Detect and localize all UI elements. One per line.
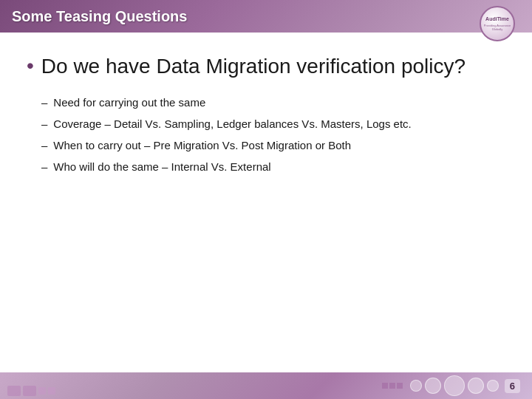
grid-square	[389, 383, 395, 389]
footer-circle-large	[444, 375, 465, 396]
list-item: – Who will do the same – Internal Vs. Ex…	[41, 159, 505, 174]
slide-header: Some Teasing Questions AudiTime Providin…	[0, 0, 532, 33]
sub-item-text: Need for carrying out the same	[53, 95, 505, 110]
slide-title: Some Teasing Questions	[12, 8, 187, 25]
dash-icon: –	[41, 159, 47, 174]
list-item: – Need for carrying out the same	[41, 95, 505, 110]
footer-grid	[382, 383, 403, 389]
bullet-section: • Do we have Data Migration verification…	[27, 53, 505, 80]
footer-circle-medium2	[468, 378, 484, 394]
dash-icon: –	[41, 137, 47, 153]
logo-tagline: Providing Assurance Globally	[481, 24, 514, 31]
sub-item-text: Who will do the same – Internal Vs. Exte…	[53, 159, 505, 174]
dash-icon: –	[41, 116, 47, 132]
footer-decoration-right	[382, 375, 499, 396]
deco-square	[38, 387, 46, 395]
bullet-dot: •	[27, 53, 34, 78]
deco-rect	[7, 386, 21, 396]
footer-circle-small2	[487, 380, 499, 392]
dash-icon: –	[41, 95, 47, 110]
sub-item-text: When to carry out – Pre Migration Vs. Po…	[53, 137, 505, 153]
grid-square	[382, 383, 388, 389]
logo-area: AudiTime Providing Assurance Globally	[471, 3, 523, 44]
page-number: 6	[505, 379, 520, 393]
list-item: – Coverage – Detail Vs. Sampling, Ledger…	[41, 116, 505, 132]
sub-item-text: Coverage – Detail Vs. Sampling, Ledger b…	[53, 116, 505, 132]
footer-circle-medium	[425, 378, 441, 394]
logo-circle: AudiTime Providing Assurance Globally	[480, 6, 515, 41]
bullet-heading: Do we have Data Migration verification p…	[41, 53, 466, 80]
footer-circle-small	[410, 380, 422, 392]
deco-rect	[23, 386, 36, 396]
slide-footer: 6	[0, 372, 532, 399]
main-content: • Do we have Data Migration verification…	[0, 33, 532, 358]
logo-name: AudiTime	[481, 16, 514, 22]
grid-square	[397, 383, 403, 389]
sub-items-list: – Need for carrying out the same – Cover…	[41, 95, 505, 174]
footer-decoration-left	[7, 386, 55, 396]
list-item: – When to carry out – Pre Migration Vs. …	[41, 137, 505, 153]
deco-square	[48, 387, 55, 395]
